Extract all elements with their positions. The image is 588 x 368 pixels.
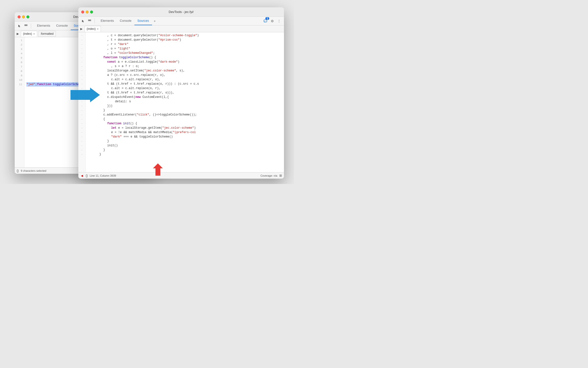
- settings-icon-2[interactable]: ⚙: [269, 18, 275, 24]
- code-row-15: c.dispatchEvent(new CustomEvent(l,{: [88, 95, 282, 99]
- file-tab-formatted-name-1: :formatted: [40, 32, 54, 35]
- minimize-button-2[interactable]: [86, 11, 89, 13]
- minimize-button-1[interactable]: [22, 15, 25, 18]
- code-row-6: function toggleColorScheme() {: [88, 55, 282, 60]
- code-row-26: init(): [88, 143, 282, 148]
- code-row-11: c.alt = c.alt.replace(r, o),: [88, 77, 282, 82]
- code-row-12: t && (t.href = t.href.replace(o, r))) : …: [88, 82, 282, 86]
- toolbar-more-2[interactable]: »: [153, 19, 157, 23]
- code-row-23: e = !e && matchMedia && matchMedia("(pre…: [88, 130, 282, 135]
- file-tab-index-2[interactable]: (index) ✕: [84, 26, 101, 32]
- code-row-20: {: [88, 117, 282, 121]
- code-row-17: })): [88, 104, 282, 108]
- cursor-icon-2[interactable]: [80, 18, 86, 24]
- code-row-25: }: [88, 139, 282, 143]
- code-row-8: , s = a ? r : o;: [88, 64, 282, 69]
- file-tab-close-2[interactable]: ✕: [97, 28, 99, 30]
- svg-marker-5: [71, 88, 100, 102]
- devtools-window-2: DevTools - jec.fyi/ Elements Console Sou…: [78, 7, 284, 179]
- code-editor-2: - - - - - - - - - - - - - - - - - - - -: [78, 32, 284, 172]
- code-row-4: , o = "light": [88, 46, 282, 51]
- file-tab-bar-2: ▶ (index) ✕: [78, 25, 284, 32]
- maximize-button-1[interactable]: [26, 15, 29, 18]
- code-row-13: c.alt = c.alt.replace(o, r),: [88, 86, 282, 91]
- svg-rect-3: [90, 20, 91, 21]
- close-button-1[interactable]: [18, 15, 21, 18]
- code-block-2: , c = document.querySelector("#color-sch…: [86, 32, 284, 172]
- tab-elements-1[interactable]: Elements: [34, 22, 53, 30]
- window-title-2: DevTools - jec.fyi/: [169, 10, 194, 14]
- code-row-24: "dark" === e && toggleColorScheme(): [88, 135, 282, 139]
- code-row-5: , l = "colorSchemeChanged";: [88, 51, 282, 55]
- traffic-lights-2: [81, 11, 93, 13]
- title-bar-2: DevTools - jec.fyi/: [78, 7, 284, 17]
- layers-icon-1[interactable]: [23, 23, 29, 29]
- line-numbers-1: 1 2 3 4 5 6 7 8 9 10 11: [15, 37, 24, 167]
- tab-sources-2[interactable]: Sources: [134, 17, 152, 25]
- code-row-19: c.addEventListener("click", ()=>toggleCo…: [88, 113, 282, 117]
- code-row-2: , t = document.querySelector("#prism-css…: [88, 38, 282, 42]
- format-button-1[interactable]: {}: [17, 169, 19, 172]
- coverage-text-2: Coverage: n/a: [260, 174, 277, 177]
- svg-rect-2: [88, 20, 89, 21]
- toolbar-right-2: 1 ⚙ ⋮: [262, 18, 282, 24]
- toolbar-sep-2: [94, 19, 95, 23]
- red-arrow-indicator: ◄: [80, 174, 84, 178]
- code-row-9: localStorage.setItem("jec.color-scheme",…: [88, 69, 282, 73]
- status-right-2: Coverage: n/a ⊞: [260, 174, 282, 177]
- blue-arrow: [71, 88, 100, 103]
- code-row-3: , r = "dark": [88, 42, 282, 46]
- panel-toggle-1[interactable]: ▶: [17, 32, 19, 35]
- expand-icon-2[interactable]: ⊞: [279, 174, 282, 177]
- red-arrow: [153, 163, 163, 177]
- toolbar-tabs-2: Elements Console Sources: [98, 17, 152, 25]
- status-text-1: 9 characters selected: [21, 169, 47, 172]
- toolbar-sep-1: [31, 23, 31, 28]
- code-row-27: }: [88, 148, 282, 152]
- file-tab-close-1[interactable]: ✕: [33, 33, 35, 35]
- svg-marker-7: [153, 163, 163, 174]
- more-icon-2[interactable]: ⋮: [276, 18, 282, 24]
- code-row-14: t && (t.href = t.href.replace(r, o))),: [88, 91, 282, 95]
- sidebar-icons-2: [80, 18, 93, 24]
- chat-badge-2: 1: [265, 17, 269, 20]
- file-tab-index-1[interactable]: (index) ✕: [21, 31, 37, 37]
- tab-console-2[interactable]: Console: [117, 17, 134, 25]
- panel-toggle-2[interactable]: ▶: [80, 27, 82, 31]
- layers-icon-2[interactable]: [87, 18, 93, 24]
- close-button-2[interactable]: [81, 11, 84, 13]
- code-row-7: const a = e.classList.toggle("dark-mode"…: [88, 60, 282, 64]
- code-row-1: , c = document.querySelector("#color-sch…: [88, 33, 282, 38]
- code-row-22: let e = localStorage.getItem("jec.color-…: [88, 126, 282, 130]
- svg-rect-1: [26, 25, 27, 26]
- code-row-18: }: [88, 108, 282, 113]
- maximize-button-2[interactable]: [90, 11, 93, 13]
- toolbar-2: Elements Console Sources » 1 ⚙ ⋮: [78, 17, 284, 25]
- code-row-28: }: [88, 152, 282, 157]
- file-tab-formatted-1[interactable]: :formatted: [38, 31, 56, 37]
- svg-rect-0: [25, 25, 26, 26]
- format-button-2[interactable]: {}: [86, 174, 88, 177]
- chat-icon-2[interactable]: 1: [262, 18, 268, 24]
- cursor-icon-1[interactable]: [17, 23, 23, 29]
- code-row-21: function init() {: [88, 121, 282, 126]
- code-row-16: detail: s: [88, 99, 282, 104]
- tab-console-1[interactable]: Console: [53, 22, 71, 30]
- code-content-2: - - - - - - - - - - - - - - - - - - - -: [78, 32, 284, 172]
- file-tab-name-2: (index): [87, 27, 96, 31]
- code-row-10: a ? (c.src = c.src.replace(r, o),: [88, 73, 282, 77]
- status-bar-2: ◄ {} Line 11, Column 3939 Coverage: n/a …: [78, 172, 284, 179]
- status-line-2: Line 11, Column 3939: [90, 174, 116, 177]
- traffic-lights-1: [18, 15, 29, 18]
- sidebar-icons-1: [17, 23, 29, 29]
- file-tab-name-1: (index): [23, 32, 32, 35]
- tab-elements-2[interactable]: Elements: [98, 17, 117, 25]
